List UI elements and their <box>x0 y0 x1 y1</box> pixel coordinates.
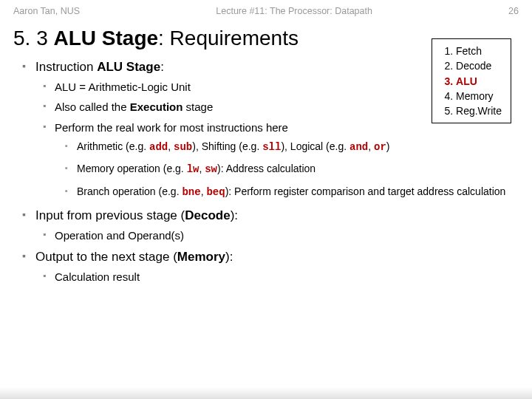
header-author: Aaron Tan, NUS <box>13 6 80 16</box>
header-page-number: 26 <box>508 6 519 16</box>
code-sll: sll <box>262 141 281 153</box>
sub-operation-operands: Operation and Operand(s) <box>43 228 510 243</box>
sub-calc-result: Calculation result <box>43 270 510 284</box>
bullet-list-top: Instruction ALU Stage: ALU = Arithmetic-… <box>22 59 510 284</box>
bullet-input-prev-stage: Input from previous stage (Decode): Oper… <box>22 208 510 243</box>
code-and: and <box>349 141 368 153</box>
header-lecture-title: Lecture #11: The Processor: Datapath <box>80 6 508 16</box>
bottom-shadow <box>0 387 532 399</box>
sub-list-input: Operation and Operand(s) <box>35 228 510 243</box>
code-sub: sub <box>174 141 192 153</box>
sub-alu-def: ALU = Arithmetic-Logic Unit <box>43 80 510 95</box>
bullet-output-next-stage: Output to the next stage (Memory): Calcu… <box>22 249 510 284</box>
code-bne: bne <box>182 186 200 198</box>
code-beq: beq <box>206 186 225 198</box>
sub-list-alu: ALU = Arithmetic-Logic Unit Also called … <box>35 80 510 200</box>
stage-fetch: Fetch <box>456 44 502 58</box>
slide: Aaron Tan, NUS Lecture #11: The Processo… <box>0 0 532 399</box>
sub-perform-work: Perform the real work for most instructi… <box>43 120 510 200</box>
code-sw: sw <box>205 163 217 175</box>
title-prefix: 5. 3 <box>13 27 53 50</box>
slide-body: Instruction ALU Stage: ALU = Arithmetic-… <box>0 53 532 284</box>
bullet-instruction-alu-stage: Instruction ALU Stage: ALU = Arithmetic-… <box>22 59 510 200</box>
subsub-memory-op: Memory operation (e.g. lw, sw): Address … <box>65 162 510 177</box>
title-suffix: : Requirements <box>158 27 299 50</box>
subsub-list-work: Arithmetic (e.g. add, sub), Shifting (e.… <box>55 140 510 200</box>
sub-execution-stage: Also called the Execution stage <box>43 100 510 115</box>
subsub-branch-op: Branch operation (e.g. bne, beq): Perfor… <box>65 185 510 200</box>
code-or: or <box>374 141 386 153</box>
code-lw: lw <box>187 163 200 175</box>
code-add: add <box>149 141 168 153</box>
subsub-arithmetic: Arithmetic (e.g. add, sub), Shifting (e.… <box>65 140 510 155</box>
sub-list-output: Calculation result <box>35 270 510 284</box>
slide-header: Aaron Tan, NUS Lecture #11: The Processo… <box>0 0 532 19</box>
title-bold: ALU Stage <box>53 27 158 50</box>
